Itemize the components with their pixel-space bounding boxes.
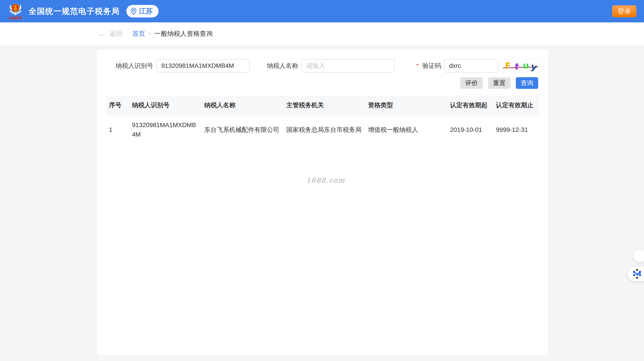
location-pin-icon [130, 8, 137, 15]
reset-button[interactable]: 重置 [488, 77, 510, 89]
col-header-qualification-type: 资格类型 [365, 96, 447, 115]
query-button[interactable]: 查询 [516, 77, 538, 89]
cell-index: 1 [106, 115, 129, 145]
captcha-field-group: * 验证码 F t u y [416, 59, 540, 73]
table-row: 1 91320981MA1MXDMB4M 东台飞系机械配件有限公司 国家税务总局… [106, 115, 539, 145]
login-button[interactable]: 登录 [612, 5, 636, 17]
cell-qualification-type: 增值税一般纳税人 [365, 115, 447, 145]
col-header-tax-authority: 主管税务机关 [283, 96, 365, 115]
captcha-letter-3: u [522, 60, 530, 71]
taxpayer-name-label: 纳税人名称 [267, 62, 298, 70]
cell-taxpayer-name: 东台飞系机械配件有限公司 [201, 115, 283, 145]
breadcrumb: ← 返回 首页 › 一般纳税人资格查询 [0, 22, 644, 45]
col-header-taxpayer-id: 纳税人识别号 [129, 96, 201, 115]
back-arrow-icon: ← [98, 30, 106, 38]
taxpayer-name-input[interactable] [301, 59, 395, 73]
captcha-image[interactable]: F t u y [502, 59, 540, 73]
captcha-letter-1: F [505, 61, 512, 71]
col-header-index: 序号 [106, 96, 129, 115]
watermark-text: 1688.com [306, 176, 345, 184]
breadcrumb-separator: › [149, 30, 151, 37]
tax-bureau-logo: 中国税务 [8, 3, 23, 20]
captcha-letter-4: y [530, 61, 538, 73]
cell-taxpayer-id: 91320981MA1MXDMB4M [129, 115, 201, 145]
floating-widget-button[interactable] [633, 249, 644, 262]
region-selector[interactable]: 江苏 [126, 5, 158, 18]
col-header-taxpayer-name: 纳税人名称 [201, 96, 283, 115]
page-title: 全国统一规范电子税务局 [29, 6, 120, 17]
cell-tax-authority: 国家税务总局东台市税务局 [283, 115, 365, 145]
evaluate-button[interactable]: 评价 [460, 77, 483, 89]
captcha-letter-2: t [514, 61, 520, 72]
app-header: 中国税务 全国统一规范电子税务局 江苏 登录 [0, 0, 644, 22]
back-label: 返回 [110, 29, 122, 38]
table-header-row: 序号 纳税人识别号 纳税人名称 主管税务机关 资格类型 认定有效期起 认定有效期… [106, 96, 539, 115]
col-header-valid-to: 认定有效期止 [493, 96, 539, 115]
region-label: 江苏 [139, 7, 153, 16]
national-tax-emblem-icon [8, 3, 22, 17]
required-asterisk: * [416, 62, 419, 69]
floating-extension-button[interactable] [628, 266, 644, 281]
taxpayer-id-input[interactable] [156, 59, 250, 73]
captcha-label: 验证码 [422, 62, 441, 70]
logo-caption: 中国税务 [8, 16, 23, 20]
col-header-valid-from: 认定有效期起 [447, 96, 493, 115]
taxpayer-id-label: 纳税人识别号 [116, 62, 153, 70]
taxpayer-name-field-group: 纳税人名称 [267, 59, 395, 73]
network-graph-icon [632, 268, 642, 279]
query-panel: 纳税人识别号 纳税人名称 * 验证码 F t u y 评价 重置 查询 序号 [97, 50, 548, 355]
cell-valid-from: 2019-10-01 [447, 115, 493, 145]
taxpayer-id-field-group: 纳税人识别号 [116, 59, 250, 73]
form-actions: 评价 重置 查询 [97, 77, 538, 89]
breadcrumb-home-link[interactable]: 首页 [132, 29, 145, 38]
results-table: 序号 纳税人识别号 纳税人名称 主管税务机关 资格类型 认定有效期起 认定有效期… [106, 96, 539, 145]
back-button[interactable]: ← 返回 [98, 29, 122, 38]
breadcrumb-current: 一般纳税人资格查询 [154, 29, 213, 38]
cell-valid-to: 9999-12-31 [493, 115, 539, 145]
captcha-input[interactable] [444, 59, 498, 73]
